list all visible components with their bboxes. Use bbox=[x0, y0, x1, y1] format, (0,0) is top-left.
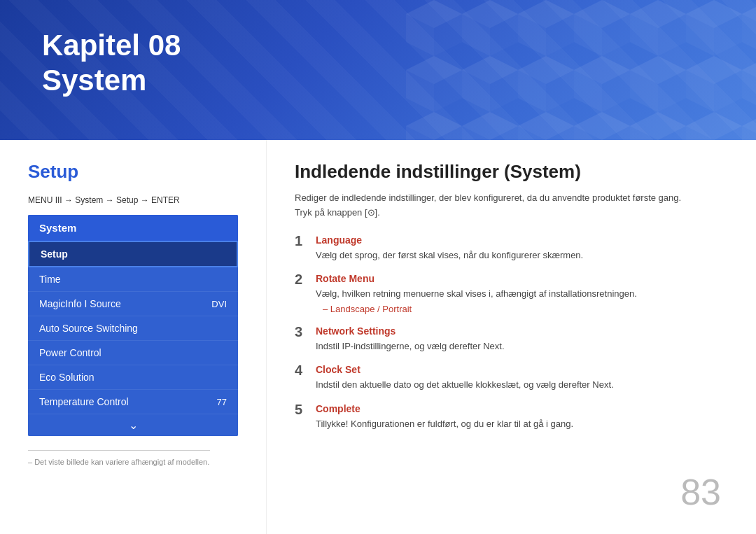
svg-rect-3 bbox=[406, 0, 756, 140]
next-highlight-2: Next bbox=[592, 379, 611, 390]
menu-item-time[interactable]: Time bbox=[28, 267, 238, 292]
menu-item-eco-solution[interactable]: Eco Solution bbox=[28, 365, 238, 390]
menu-item-temperature[interactable]: Temperature Control 77 bbox=[28, 390, 238, 414]
menu-path: MENU III → System → Setup → ENTER bbox=[28, 195, 238, 205]
content-intro: Rediger de indledende indstillinger, der… bbox=[295, 191, 721, 220]
section-title: Setup bbox=[28, 161, 238, 183]
step-3: 3 Network Settings Indstil IP-indstillin… bbox=[295, 325, 721, 353]
footnote: – Det viste billede kan variere afhængig… bbox=[28, 450, 210, 466]
system-menu: System Setup Time MagicInfo I Source DVI… bbox=[28, 215, 238, 436]
menu-item-magicinfo[interactable]: MagicInfo I Source DVI bbox=[28, 292, 238, 316]
menu-item-setup[interactable]: Setup bbox=[28, 241, 238, 267]
main-content: Setup MENU III → System → Setup → ENTER … bbox=[0, 140, 756, 534]
system-menu-header: System bbox=[28, 215, 238, 241]
menu-item-power-control[interactable]: Power Control bbox=[28, 341, 238, 365]
decorative-pattern bbox=[406, 0, 756, 140]
chevron-down-icon[interactable]: ⌄ bbox=[28, 414, 238, 436]
header-title: Kapitel 08 System bbox=[42, 28, 181, 99]
menu-item-auto-source[interactable]: Auto Source Switching bbox=[28, 316, 238, 341]
step-2: 2 Rotate Menu Vælg, hvilken retning menu… bbox=[295, 273, 721, 314]
page-number: 83 bbox=[680, 471, 721, 513]
content-title: Indledende indstillinger (System) bbox=[295, 161, 721, 183]
header-banner: Kapitel 08 System bbox=[0, 0, 756, 140]
left-panel: Setup MENU III → System → Setup → ENTER … bbox=[0, 140, 266, 534]
step-4: 4 Clock Set Indstil den aktuelle dato og… bbox=[295, 364, 721, 392]
next-highlight-1: Next bbox=[483, 341, 502, 351]
step-2-bullet: – Landscape / Portrait bbox=[316, 304, 721, 314]
step-5: 5 Complete Tillykke! Konfigurationen er … bbox=[295, 403, 721, 431]
step-1: 1 Language Vælg det sprog, der først ska… bbox=[295, 234, 721, 262]
